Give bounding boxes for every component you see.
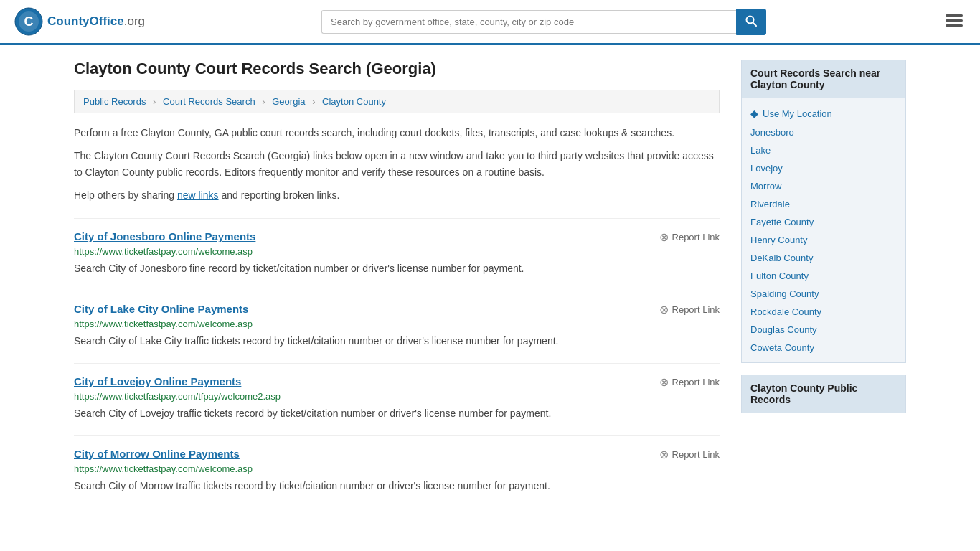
breadcrumb-sep-3: › [312, 96, 315, 107]
result-title-3[interactable]: City of Morrow Online Payments [74, 448, 240, 460]
header: C CountyOffice.org [0, 0, 980, 45]
svg-rect-6 [946, 19, 963, 22]
report-label-2: Report Link [672, 377, 720, 387]
nearby-links: ◆ Use My Location JonesboroLakeLovejoyMo… [742, 98, 905, 362]
report-link-2[interactable]: ⊗ Report Link [659, 375, 720, 389]
breadcrumb-sep-2: › [262, 96, 265, 107]
desc-para-3-after: and reporting broken links. [219, 189, 340, 201]
result-desc-2: Search City of Lovejoy traffic tickets r… [74, 406, 720, 421]
report-icon-2: ⊗ [659, 375, 669, 389]
logo-text: CountyOffice.org [47, 14, 145, 29]
report-icon-1: ⊗ [659, 303, 669, 316]
breadcrumb-link-court-records[interactable]: Court Records Search [163, 96, 255, 107]
result-title-0[interactable]: City of Jonesboro Online Payments [74, 230, 255, 242]
sidebar-link-2[interactable]: Lovejoy [742, 159, 905, 177]
result-url-3[interactable]: https://www.ticketfastpay.com/welcome.as… [74, 463, 720, 474]
sidebar-link-9[interactable]: Spalding County [742, 285, 905, 303]
sidebar-links-container: JonesboroLakeLovejoyMorrowRiverdaleFayet… [742, 123, 905, 357]
result-header-2: City of Lovejoy Online Payments ⊗ Report… [74, 375, 720, 389]
sidebar-link-0[interactable]: Jonesboro [742, 123, 905, 141]
sidebar-link-12[interactable]: Coweta County [742, 339, 905, 357]
sidebar-link-10[interactable]: Rockdale County [742, 303, 905, 321]
breadcrumb-link-georgia[interactable]: Georgia [272, 96, 305, 107]
hamburger-icon [946, 14, 963, 27]
report-icon-3: ⊗ [659, 448, 669, 461]
desc-para-3: Help others by sharing new links and rep… [74, 187, 720, 203]
result-desc-3: Search City of Morrow traffic tickets re… [74, 479, 720, 494]
logo-icon: C [14, 7, 43, 36]
result-header-0: City of Jonesboro Online Payments ⊗ Repo… [74, 230, 720, 244]
sidebar-link-8[interactable]: Fulton County [742, 267, 905, 285]
result-title-1[interactable]: City of Lake City Online Payments [74, 303, 248, 315]
use-my-location[interactable]: ◆ Use My Location [742, 103, 905, 123]
content-area: Clayton County Court Records Search (Geo… [74, 60, 720, 494]
report-link-0[interactable]: ⊗ Report Link [659, 230, 720, 244]
desc-para-3-before: Help others by sharing [74, 189, 177, 201]
report-label-3: Report Link [672, 449, 720, 460]
result-desc-0: Search City of Jonesboro fine record by … [74, 261, 720, 276]
use-my-location-label: Use My Location [763, 108, 832, 119]
svg-rect-7 [946, 24, 963, 27]
search-area [321, 9, 766, 35]
search-icon [745, 15, 757, 27]
search-input[interactable] [321, 10, 736, 34]
breadcrumb: Public Records › Court Records Search › … [74, 90, 720, 113]
svg-rect-5 [946, 14, 963, 17]
breadcrumb-link-clayton[interactable]: Clayton County [322, 96, 386, 107]
sidebar-link-5[interactable]: Fayette County [742, 213, 905, 231]
main-container: Clayton County Court Records Search (Geo… [60, 45, 920, 508]
result-desc-1: Search City of Lake City traffic tickets… [74, 334, 720, 349]
report-link-3[interactable]: ⊗ Report Link [659, 448, 720, 461]
results-container: City of Jonesboro Online Payments ⊗ Repo… [74, 218, 720, 494]
desc-para-2: The Clayton County Court Records Search … [74, 148, 720, 180]
svg-line-4 [753, 22, 757, 26]
result-item: City of Morrow Online Payments ⊗ Report … [74, 435, 720, 494]
public-records-title: Clayton County Public Records [742, 375, 905, 413]
report-icon-0: ⊗ [659, 230, 669, 244]
svg-text:C: C [24, 14, 34, 29]
result-header-1: City of Lake City Online Payments ⊗ Repo… [74, 303, 720, 316]
desc-para-1: Perform a free Clayton County, GA public… [74, 125, 720, 141]
page-title: Clayton County Court Records Search (Geo… [74, 60, 720, 78]
sidebar-link-1[interactable]: Lake [742, 141, 905, 159]
report-link-1[interactable]: ⊗ Report Link [659, 303, 720, 316]
result-url-0[interactable]: https://www.ticketfastpay.com/welcome.as… [74, 246, 720, 257]
sidebar-link-6[interactable]: Henry County [742, 231, 905, 249]
sidebar-link-11[interactable]: Douglas County [742, 321, 905, 339]
logo-area: C CountyOffice.org [14, 7, 145, 36]
breadcrumb-link-public-records[interactable]: Public Records [83, 96, 146, 107]
location-icon: ◆ [750, 108, 758, 119]
menu-button[interactable] [943, 11, 966, 32]
breadcrumb-sep-1: › [153, 96, 156, 107]
nearby-title: Court Records Search near Clayton County [742, 60, 905, 98]
result-url-1[interactable]: https://www.ticketfastpay.com/welcome.as… [74, 319, 720, 329]
result-item: City of Lovejoy Online Payments ⊗ Report… [74, 363, 720, 421]
nearby-section: Court Records Search near Clayton County… [741, 60, 906, 363]
result-item: City of Jonesboro Online Payments ⊗ Repo… [74, 218, 720, 276]
report-label-1: Report Link [672, 304, 720, 315]
public-records-section: Clayton County Public Records [741, 375, 906, 413]
result-url-2[interactable]: https://www.ticketfastpay.com/tfpay/welc… [74, 391, 720, 402]
new-links-link[interactable]: new links [177, 189, 219, 201]
result-title-2[interactable]: City of Lovejoy Online Payments [74, 375, 241, 387]
search-button[interactable] [736, 9, 766, 35]
sidebar-link-3[interactable]: Morrow [742, 177, 905, 195]
description: Perform a free Clayton County, GA public… [74, 125, 720, 204]
sidebar-link-7[interactable]: DeKalb County [742, 249, 905, 267]
sidebar-link-4[interactable]: Riverdale [742, 195, 905, 213]
report-label-0: Report Link [672, 232, 720, 242]
result-item: City of Lake City Online Payments ⊗ Repo… [74, 291, 720, 349]
sidebar: Court Records Search near Clayton County… [741, 60, 906, 494]
header-right [943, 11, 966, 32]
result-header-3: City of Morrow Online Payments ⊗ Report … [74, 448, 720, 461]
